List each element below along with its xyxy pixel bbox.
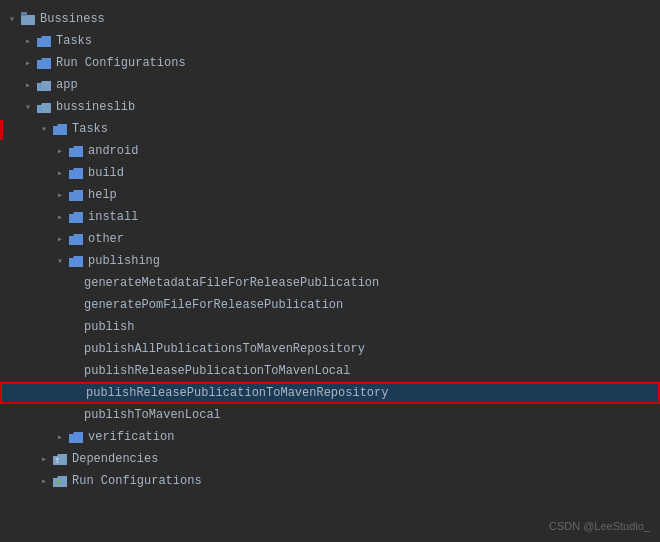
item-label: publishReleasePublicationToMavenReposito… xyxy=(86,386,388,400)
tree-item-generatePom[interactable]: generatePomFileForReleasePublication xyxy=(0,294,660,316)
svg-marker-10 xyxy=(69,168,83,179)
watermark: CSDN @LeeStudio_ xyxy=(549,520,650,532)
item-label: publishToMavenLocal xyxy=(84,408,221,422)
folder-icon xyxy=(68,429,84,445)
item-label: generateMetadataFileForReleasePublicatio… xyxy=(84,276,379,290)
folder-icon xyxy=(36,55,52,71)
item-label: help xyxy=(88,188,117,202)
item-label: Run Configurations xyxy=(56,56,186,70)
svg-marker-11 xyxy=(69,190,83,201)
no-arrow xyxy=(68,404,84,426)
folder-icon xyxy=(68,187,84,203)
no-arrow xyxy=(68,360,84,382)
folder-icon xyxy=(36,33,52,49)
svg-text:T: T xyxy=(55,457,59,465)
collapse-arrow[interactable] xyxy=(52,426,68,448)
item-label: other xyxy=(88,232,124,246)
svg-marker-8 xyxy=(53,124,67,135)
module-icon xyxy=(36,99,52,115)
tree-item-verification[interactable]: verification xyxy=(0,426,660,448)
tree-item-help[interactable]: help xyxy=(0,184,660,206)
tree-item-run-configs2[interactable]: Run Configurations xyxy=(0,470,660,492)
svg-marker-15 xyxy=(69,432,83,443)
item-label: publishing xyxy=(88,254,160,268)
tree-item-publishAll[interactable]: publishAllPublicationsToMavenRepository xyxy=(0,338,660,360)
item-label: install xyxy=(88,210,138,224)
item-label: publish xyxy=(84,320,134,334)
tree-item-publishRelease[interactable]: publishReleasePublicationToMavenReposito… xyxy=(0,382,660,404)
tree-item-run-configs1[interactable]: Run Configurations xyxy=(0,52,660,74)
tree-item-generateMetadata[interactable]: generateMetadataFileForReleasePublicatio… xyxy=(0,272,660,294)
folder-icon xyxy=(68,231,84,247)
item-label: generatePomFileForReleasePublication xyxy=(84,298,343,312)
no-arrow xyxy=(68,316,84,338)
svg-rect-5 xyxy=(39,84,42,89)
expand-arrow[interactable] xyxy=(52,250,68,272)
folder-icon xyxy=(68,209,84,225)
collapse-arrow[interactable] xyxy=(52,184,68,206)
svg-rect-1 xyxy=(21,12,27,16)
item-label: Dependencies xyxy=(72,452,158,466)
collapse-arrow[interactable] xyxy=(52,228,68,250)
tree-item-android[interactable]: android xyxy=(0,140,660,162)
item-label: build xyxy=(88,166,124,180)
folder-icon xyxy=(68,253,84,269)
tree-item-bussineslib[interactable]: bussineslib xyxy=(0,96,660,118)
tree-item-tasks2[interactable]: Tasks xyxy=(0,118,660,140)
tree-item-tasks1[interactable]: Tasks xyxy=(0,30,660,52)
expand-arrow[interactable] xyxy=(4,8,20,30)
item-label: Tasks xyxy=(56,34,92,48)
tree-item-publishLocal[interactable]: publishReleasePublicationToMavenLocal xyxy=(0,360,660,382)
tree-item-publishToMaven[interactable]: publishToMavenLocal xyxy=(0,404,660,426)
tree-item-other[interactable]: other xyxy=(0,228,660,250)
tree-item-install[interactable]: install xyxy=(0,206,660,228)
item-label: publishAllPublicationsToMavenRepository xyxy=(84,342,365,356)
collapse-arrow[interactable] xyxy=(20,52,36,74)
tree-item-dependencies[interactable]: T Dependencies xyxy=(0,448,660,470)
svg-marker-2 xyxy=(37,36,51,47)
item-label: bussineslib xyxy=(56,100,135,114)
tree-item-app[interactable]: app xyxy=(0,74,660,96)
collapse-arrow[interactable] xyxy=(20,30,36,52)
svg-rect-0 xyxy=(21,15,35,25)
folder-icon xyxy=(68,165,84,181)
item-label: Run Configurations xyxy=(72,474,202,488)
item-label: Tasks xyxy=(72,122,108,136)
tree-item-publishing[interactable]: publishing xyxy=(0,250,660,272)
expand-arrow[interactable] xyxy=(36,118,52,140)
module-icon xyxy=(36,77,52,93)
svg-marker-12 xyxy=(69,212,83,223)
collapse-arrow[interactable] xyxy=(36,470,52,492)
tree-item-build[interactable]: build xyxy=(0,162,660,184)
tree-item-publish[interactable]: publish xyxy=(0,316,660,338)
tree-item-bussiness[interactable]: Bussiness xyxy=(0,8,660,30)
svg-marker-9 xyxy=(69,146,83,157)
item-label: Bussiness xyxy=(40,12,105,26)
svg-marker-14 xyxy=(69,256,83,267)
folder-icon xyxy=(68,143,84,159)
collapse-arrow[interactable] xyxy=(52,162,68,184)
svg-rect-7 xyxy=(39,106,42,111)
item-label: app xyxy=(56,78,78,92)
collapse-arrow[interactable] xyxy=(52,140,68,162)
collapse-arrow[interactable] xyxy=(36,448,52,470)
no-arrow xyxy=(68,272,84,294)
no-arrow xyxy=(68,294,84,316)
collapse-arrow[interactable] xyxy=(20,74,36,96)
item-label: verification xyxy=(88,430,174,444)
no-arrow xyxy=(68,338,84,360)
tree-container[interactable]: Bussiness Tasks Run Configurations app b… xyxy=(0,0,660,542)
collapse-arrow[interactable] xyxy=(52,206,68,228)
svg-marker-3 xyxy=(37,58,51,69)
item-label: publishReleasePublicationToMavenLocal xyxy=(84,364,350,378)
folder-icon xyxy=(52,121,68,137)
no-arrow xyxy=(70,382,86,404)
folder-tasks-icon: T xyxy=(52,451,68,467)
svg-marker-13 xyxy=(69,234,83,245)
expand-arrow[interactable] xyxy=(20,96,36,118)
item-label: android xyxy=(88,144,138,158)
project-icon xyxy=(20,11,36,27)
folder-run-icon xyxy=(52,473,68,489)
